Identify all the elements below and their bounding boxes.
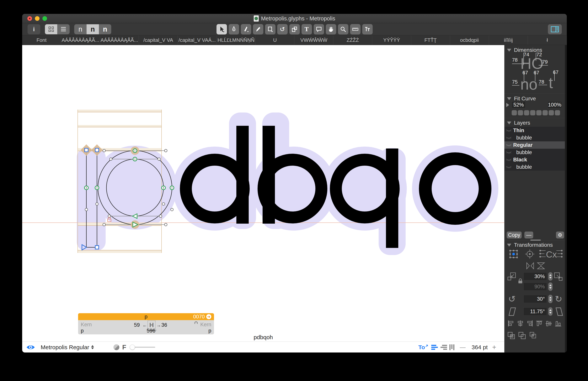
disclosure-triangle-icon[interactable] <box>507 49 511 52</box>
layer-row-black[interactable]: Black <box>504 156 567 163</box>
disclosure-triangle-icon[interactable] <box>507 97 511 100</box>
eye-closed-icon[interactable] <box>506 151 512 154</box>
right-sidebearing-value[interactable]: 36 <box>161 322 167 328</box>
pen-tool-button[interactable] <box>229 24 239 35</box>
right-kern-field[interactable]: Kern <box>200 322 211 328</box>
left-kern-field[interactable]: Kern <box>81 322 92 328</box>
union-paths-button[interactable] <box>507 332 515 340</box>
pencil-tool-button[interactable] <box>253 24 263 35</box>
inverted-preview-button[interactable]: n <box>99 24 111 34</box>
align-right-edges-button[interactable] <box>526 320 533 327</box>
glyph-edit-canvas[interactable]: p 0070 ➔ Kern 59 ← H → 36 K <box>22 45 504 341</box>
fit-curve-max-field[interactable]: 100% <box>547 101 562 108</box>
fit-curve-step[interactable] <box>530 110 535 115</box>
tab-a-diacritics-1[interactable]: AÁĂÂÄÀĀĄÅÃ... <box>61 36 100 45</box>
slant-stepper[interactable] <box>548 307 552 316</box>
measure-tool-button[interactable] <box>350 24 360 35</box>
rotate-cw-button[interactable]: ↻ <box>555 295 562 303</box>
eye-closed-icon[interactable] <box>506 129 512 132</box>
hand-tool-button[interactable] <box>326 24 336 35</box>
tab-z[interactable]: ZŹŽŻ <box>333 36 372 45</box>
unicode-arrow-icon[interactable]: ➔ <box>206 314 211 319</box>
slider-track[interactable] <box>130 347 155 348</box>
layer-row-regular-selected[interactable]: Regular <box>504 141 567 149</box>
tab-a-diacritics-2[interactable]: AÁĂÂÄÀĀĄÅÃ... <box>100 36 139 45</box>
mirror-horizontal-button[interactable] <box>525 261 535 271</box>
advance-width-value[interactable]: 596 <box>147 328 155 334</box>
subtract-paths-button[interactable] <box>518 332 526 340</box>
scale-vertical-field[interactable]: 90% <box>524 282 547 291</box>
font-master-selector[interactable]: Metropolis Regular <box>41 342 94 353</box>
fit-curve-step[interactable] <box>518 110 523 115</box>
tab-capital-v-vaa[interactable]: /capital_V VAÁ... <box>178 36 217 45</box>
tab-u[interactable]: U <box>256 36 294 45</box>
sidebar-scroll-track[interactable] <box>565 45 567 353</box>
tab-ocbdqpii[interactable]: ocbdqpii <box>450 36 489 45</box>
fit-curve-step[interactable] <box>524 110 529 115</box>
layers-section-header[interactable]: Layers <box>504 120 567 126</box>
transform-reference-point-button[interactable] <box>524 249 535 260</box>
proportional-lock-icon[interactable] <box>518 278 523 285</box>
slant-left-button[interactable] <box>508 307 517 317</box>
disclosure-triangle-icon[interactable] <box>507 121 511 124</box>
slant-right-button[interactable] <box>555 307 564 317</box>
preview-size-slider[interactable] <box>130 342 155 353</box>
font-info-button[interactable]: i <box>28 24 40 34</box>
eye-closed-icon[interactable] <box>506 143 512 147</box>
transformations-section-header[interactable]: Transformations <box>504 242 567 248</box>
eye-closed-icon[interactable] <box>506 165 512 169</box>
tab-hl-mn[interactable]: HLĹĽŁMNŃŇŅÑ <box>217 36 256 45</box>
glyph-edit-surface[interactable] <box>22 45 504 341</box>
zoom-level-field[interactable]: 364 pt <box>469 342 490 353</box>
eye-closed-icon[interactable] <box>506 158 512 161</box>
left-group-value[interactable]: p <box>81 328 84 334</box>
rotate-ccw-button[interactable]: ↺ <box>508 295 516 303</box>
fit-curve-expand-icon[interactable] <box>506 103 509 107</box>
kerning-tool-button[interactable] <box>362 24 373 35</box>
scale-down-button[interactable] <box>507 272 516 281</box>
filled-preview-button[interactable]: n <box>86 24 99 34</box>
scale-stepper[interactable] <box>548 272 552 281</box>
rotate-stepper[interactable] <box>548 295 552 303</box>
feature-preview-button[interactable]: F <box>122 342 126 353</box>
rotate-angle-field[interactable]: 30° <box>524 295 547 303</box>
preview-eye-toggle[interactable] <box>26 342 35 353</box>
layer-row-thin[interactable]: Thin <box>504 127 567 134</box>
disclosure-triangle-icon[interactable] <box>507 244 511 247</box>
scale-tool-button[interactable] <box>289 24 300 35</box>
fit-curve-min-field[interactable]: 52% <box>512 101 525 108</box>
knife-tool-button[interactable] <box>241 24 251 35</box>
layer-row-bubble-regular[interactable]: bubble <box>504 149 567 156</box>
edit-text-preview[interactable]: pdbqoh <box>22 334 504 341</box>
layer-row-bubble-thin[interactable]: bubble <box>504 134 567 141</box>
title-bar[interactable]: Metropolis.glyphs - Metropolis <box>22 14 567 23</box>
grid-view-button[interactable] <box>45 24 57 34</box>
slider-knob[interactable] <box>130 345 135 350</box>
selected-endpoint-node[interactable] <box>95 246 99 249</box>
fit-curve-step[interactable] <box>555 110 560 115</box>
align-top-edges-button[interactable] <box>536 320 543 327</box>
tab-lslash[interactable]: ł <box>528 36 567 45</box>
align-right-text-button[interactable] <box>440 342 447 353</box>
contrast-preview-button[interactable] <box>113 342 120 353</box>
zoom-out-button[interactable]: — <box>460 342 465 353</box>
tab-y[interactable]: YÝŶŸỲ <box>372 36 411 45</box>
vertical-layout-button[interactable] <box>449 342 455 353</box>
eye-closed-icon[interactable] <box>506 136 512 140</box>
text-cursor-tool-button[interactable]: To <box>418 342 428 353</box>
align-center-horizontal-button[interactable] <box>517 320 524 327</box>
tab-capital-v-va[interactable]: /capital_V VA <box>139 36 178 45</box>
outline-preview-button[interactable]: n <box>74 24 86 34</box>
zoom-tool-button[interactable] <box>338 24 348 35</box>
right-group-value[interactable]: p <box>209 328 211 334</box>
fit-curve-step[interactable] <box>536 110 542 115</box>
tab-ft[interactable]: FTŤŢ <box>411 36 450 45</box>
transform-background-button[interactable]: Cx <box>539 249 563 260</box>
fit-curve-step[interactable] <box>543 110 548 115</box>
list-view-button[interactable] <box>57 24 70 34</box>
fit-curve-step[interactable] <box>512 110 517 115</box>
dimensions-section-header[interactable]: Dimensions <box>504 47 567 53</box>
zoom-in-button[interactable]: + <box>492 342 496 353</box>
slant-angle-field[interactable]: 11.75° <box>524 307 547 316</box>
intersect-paths-button[interactable] <box>529 332 537 340</box>
